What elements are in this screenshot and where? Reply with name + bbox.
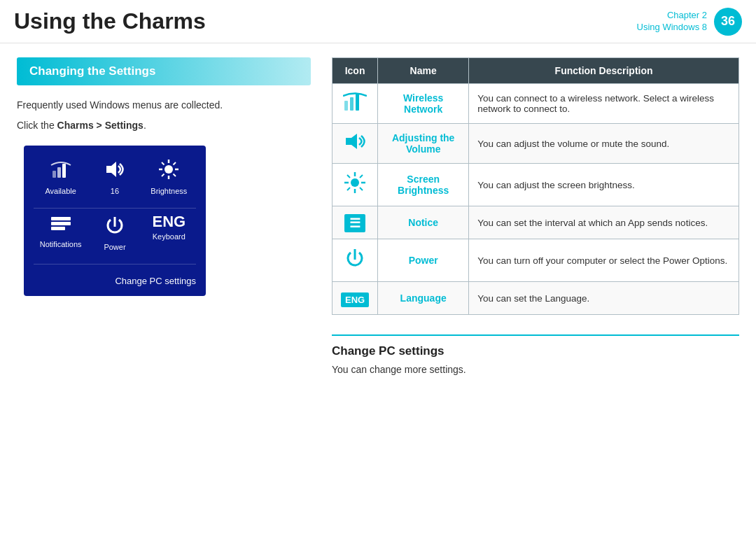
win8-power-icon — [104, 214, 126, 240]
table-row: Adjusting theVolumeYou can adjust the vo… — [332, 124, 739, 164]
table-cell-icon: ☰ — [332, 206, 378, 239]
svg-line-27 — [360, 188, 363, 190]
win8-divider-2 — [34, 264, 196, 265]
change-pc-title: Change PC settings — [332, 344, 739, 358]
svg-line-9 — [162, 162, 164, 165]
win8-notifications-label: Notifications — [40, 240, 82, 248]
svg-rect-13 — [51, 217, 71, 220]
svg-marker-20 — [346, 134, 357, 149]
svg-line-11 — [174, 162, 176, 165]
table-cell-desc: You can adjust the screen brightness. — [469, 164, 739, 206]
svg-line-26 — [347, 175, 350, 178]
win8-keyboard-icon: ENG — [152, 214, 186, 230]
win8-available-label: Available — [45, 187, 76, 195]
chapter-sublabel: Using Windows 8 — [637, 22, 707, 34]
desc-text-2-suffix: . — [144, 120, 146, 131]
section-header-text: Changing the Settings — [29, 64, 155, 78]
desc-text-1: Frequently used Windows menus are collec… — [17, 98, 311, 113]
change-pc-section: Change PC settings You can change more s… — [332, 334, 739, 375]
table-row: ScreenBrightnessYou can adjust the scree… — [332, 164, 739, 206]
svg-rect-19 — [356, 94, 359, 111]
table-cell-icon: ENG — [332, 282, 378, 315]
desc-text-2: Click the Charms > Settings. — [17, 118, 311, 133]
table-cell-desc: You can turn off your computer or select… — [469, 239, 739, 282]
table-row: WirelessNetworkYou can connect to a wire… — [332, 84, 739, 124]
win8-power-label: Power — [104, 243, 125, 251]
table-cell-icon — [332, 164, 378, 206]
table-cell-icon — [332, 84, 378, 124]
table-cell-icon — [332, 239, 378, 282]
win8-volume-icon — [104, 158, 126, 184]
svg-marker-3 — [106, 162, 116, 177]
svg-rect-1 — [57, 167, 61, 178]
svg-rect-15 — [51, 227, 65, 230]
svg-rect-17 — [344, 101, 348, 111]
svg-rect-14 — [51, 222, 71, 225]
svg-point-4 — [164, 165, 173, 174]
win8-icon-power: Power — [90, 214, 139, 251]
right-column: Icon Name Function Description WirelessN… — [332, 57, 739, 375]
settings-table: Icon Name Function Description WirelessN… — [332, 57, 739, 315]
table-cell-desc: You can adjust the volume or mute the so… — [469, 124, 739, 164]
table-cell-name: WirelessNetwork — [378, 84, 469, 124]
win8-wifi-icon — [50, 158, 72, 184]
left-column: Changing the Settings Frequently used Wi… — [17, 57, 311, 375]
svg-rect-0 — [52, 171, 56, 178]
header-right: Chapter 2 Using Windows 8 36 — [637, 8, 742, 36]
win8-icons-row-2: Notifications Power ENG Keyboard — [34, 214, 196, 251]
win8-icon-volume: 16 — [90, 158, 139, 195]
page-title: Using the Charms — [14, 8, 206, 34]
chapter-label: Chapter 2 — [637, 10, 707, 22]
win8-brightness-icon — [158, 158, 180, 184]
win8-volume-label: 16 — [111, 187, 119, 195]
desc-text-2-prefix: Click the — [17, 120, 57, 131]
win8-icon-notifications: Notifications — [36, 214, 85, 251]
table-cell-name: Notice — [378, 206, 469, 239]
win8-icons-row-1: Available 16 — [34, 158, 196, 195]
table-row: ENGLanguageYou can set the Language. — [332, 282, 739, 315]
svg-line-12 — [162, 174, 164, 177]
chapter-info: Chapter 2 Using Windows 8 — [637, 10, 707, 34]
svg-rect-2 — [62, 164, 66, 178]
col-header-desc: Function Description — [469, 58, 739, 84]
win8-change-pc-settings: Change PC settings — [34, 271, 196, 286]
change-pc-desc: You can change more settings. — [332, 364, 739, 375]
section-header-changing-settings: Changing the Settings — [17, 57, 311, 85]
table-cell-name: Power — [378, 239, 469, 282]
win8-brightness-label: Brightness — [150, 187, 187, 195]
svg-line-28 — [360, 175, 363, 178]
col-header-icon: Icon — [332, 58, 378, 84]
table-cell-name: Adjusting theVolume — [378, 124, 469, 164]
desc-text-2-bold: Charms > Settings — [57, 120, 144, 131]
svg-line-10 — [174, 174, 176, 177]
win8-icon-brightness: Brightness — [144, 158, 193, 195]
win8-settings-panel: Available 16 — [24, 146, 206, 296]
win8-icon-keyboard: ENG Keyboard — [144, 214, 193, 251]
main-content: Changing the Settings Frequently used Wi… — [0, 43, 756, 389]
win8-icon-available: Available — [36, 158, 85, 195]
table-cell-desc: You can set the interval at which an App… — [469, 206, 739, 239]
table-row: ☰NoticeYou can set the interval at which… — [332, 206, 739, 239]
table-cell-name: ScreenBrightness — [378, 164, 469, 206]
page-header: Using the Charms Chapter 2 Using Windows… — [0, 0, 756, 43]
svg-line-29 — [347, 188, 350, 190]
win8-keyboard-label: Keyboard — [153, 232, 186, 241]
win8-notifications-icon — [50, 214, 72, 237]
table-row: PowerYou can turn off your computer or s… — [332, 239, 739, 282]
table-header-row: Icon Name Function Description — [332, 58, 739, 84]
table-cell-desc: You can connect to a wireless network. S… — [469, 84, 739, 124]
page-badge: 36 — [714, 8, 742, 36]
svg-point-21 — [351, 178, 359, 187]
table-cell-icon — [332, 124, 378, 164]
col-header-name: Name — [378, 58, 469, 84]
table-cell-name: Language — [378, 282, 469, 315]
table-cell-desc: You can set the Language. — [469, 282, 739, 315]
svg-rect-18 — [350, 97, 354, 111]
win8-divider — [34, 208, 196, 209]
